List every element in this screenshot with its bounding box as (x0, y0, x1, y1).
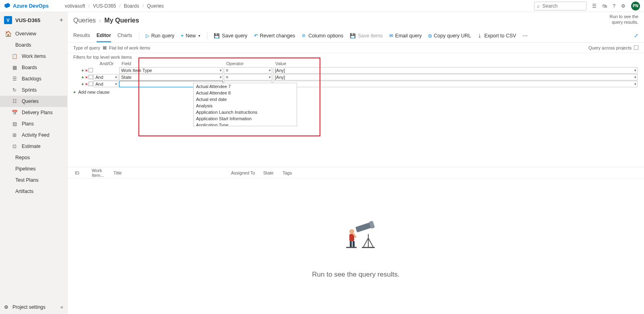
list-icon[interactable]: ☰ (592, 3, 597, 9)
col-wit[interactable]: Work Item... (92, 168, 114, 178)
copy-url-button[interactable]: ⧉Copy query URL (428, 33, 471, 39)
revert-button[interactable]: ↶Revert changes (254, 33, 295, 39)
andor-cell[interactable]: And▾ (93, 81, 118, 87)
download-icon: ⭳ (477, 33, 482, 39)
svg-rect-11 (346, 247, 357, 248)
row-checkbox[interactable] (89, 68, 93, 72)
add-project-icon[interactable]: + (60, 16, 63, 24)
add-row-icon[interactable]: + (81, 75, 84, 80)
nav-activity-feed[interactable]: ⊞Activity Feed (0, 129, 67, 141)
gear-icon: ⚙ (4, 304, 8, 310)
nav-queries[interactable]: ☷Queries (0, 96, 67, 107)
global-search[interactable]: ⌕ (534, 2, 586, 10)
nav-sprints[interactable]: ↻Sprints (0, 84, 67, 96)
column-options-button[interactable]: ⛭Column options (301, 33, 343, 39)
crumb-org[interactable]: votivasoft (65, 3, 85, 9)
chevron-down-icon[interactable]: ▾ (634, 82, 636, 86)
brand-link[interactable]: Azure DevOps (4, 2, 49, 10)
top-breadcrumbs: votivasoft/ VUS-D365/ Boards/ Queries (65, 3, 164, 9)
collapse-icon[interactable]: « (60, 304, 63, 310)
run-query-button[interactable]: ▷Run query (146, 33, 175, 39)
nav-plans[interactable]: ▤Plans (0, 118, 67, 129)
mail-icon: ✉ (389, 33, 393, 39)
nav-test-plans[interactable]: Test Plans (0, 174, 67, 186)
help-icon[interactable]: ? (613, 3, 615, 9)
email-query-button[interactable]: ✉Email query (389, 33, 422, 39)
value-cell[interactable]: [Any]▾ (273, 74, 638, 80)
crumb-page[interactable]: Queries (147, 3, 164, 9)
dropdown-option[interactable]: Actual Attendee 7 (194, 83, 297, 90)
project-settings[interactable]: ⚙Project settings« (0, 300, 67, 314)
tab-charts[interactable]: Charts (118, 29, 132, 42)
operator-cell[interactable]: =▾ (224, 74, 272, 80)
nav-pipelines[interactable]: Pipelines (0, 163, 67, 174)
query-across-checkbox[interactable] (634, 45, 638, 50)
filters-label: Filters for top level work items (68, 53, 644, 60)
chevron-down-icon[interactable]: ▾ (634, 68, 636, 72)
nav-work-items[interactable]: 📋Work items (0, 51, 67, 62)
chevron-down-icon[interactable]: ▾ (115, 82, 117, 86)
nav-backlogs[interactable]: ☰Backlogs (0, 73, 67, 84)
clipboard-icon: 📋 (11, 53, 18, 59)
chevron-down-icon[interactable]: ▾ (220, 68, 222, 72)
save-icon: 💾 (350, 33, 356, 39)
col-title[interactable]: Title (114, 170, 231, 175)
svg-point-6 (349, 229, 354, 234)
andor-cell[interactable]: And▾ (93, 74, 118, 80)
value-cell[interactable]: ▾ (273, 81, 638, 87)
dropdown-option[interactable]: Actual Attendee 8 (194, 90, 297, 96)
chevron-down-icon[interactable]: ▾ (269, 68, 271, 72)
page-root[interactable]: Queries (73, 17, 96, 24)
add-new-clause[interactable]: +Add new clause (73, 90, 638, 94)
dropdown-option[interactable]: Analysis (194, 103, 297, 109)
col-tags[interactable]: Tags (283, 170, 307, 175)
add-row-icon[interactable]: + (81, 68, 84, 73)
dropdown-option[interactable]: Application Type (194, 122, 297, 126)
field-cell[interactable]: Work Item Type▾ (119, 67, 223, 74)
azure-devops-icon (4, 2, 10, 10)
board-icon: ▦ (11, 65, 18, 70)
operator-cell[interactable]: =▾ (224, 67, 272, 74)
nav-artifacts[interactable]: Artifacts (0, 186, 67, 197)
nav-delivery-plans[interactable]: 📅Delivery Plans (0, 107, 67, 118)
new-button[interactable]: +New▾ (181, 33, 200, 39)
search-input[interactable] (542, 3, 578, 9)
dropdown-option[interactable]: Actual end date (194, 96, 297, 103)
chevron-down-icon[interactable]: ▾ (220, 75, 222, 79)
marketplace-icon[interactable]: 🛍 (602, 3, 607, 9)
fullscreen-icon[interactable]: ⤢ (634, 33, 638, 39)
field-cell[interactable]: State▾ (119, 74, 223, 80)
delivery-icon: 📅 (11, 110, 18, 115)
crumb-project[interactable]: VUS-D365 (93, 3, 116, 9)
dropdown-option[interactable]: Application Start Information (194, 115, 297, 122)
user-avatar[interactable]: PN (631, 2, 640, 10)
col-assigned[interactable]: Assigned To (231, 170, 263, 175)
tab-editor[interactable]: Editor (97, 29, 111, 42)
dropdown-option[interactable]: Application Launch Instructions (194, 109, 297, 115)
flat-list-label[interactable]: Flat list of work items (109, 45, 151, 50)
more-button[interactable]: ⋯ (522, 33, 528, 39)
project-header[interactable]: V VUS-D365 + (0, 12, 67, 28)
chevron-down-icon[interactable]: ▾ (269, 75, 271, 79)
row-checkbox[interactable] (89, 75, 93, 79)
chevron-down-icon[interactable]: ▾ (634, 75, 636, 79)
nav-overview[interactable]: 🏠Overview (0, 28, 67, 39)
save-query-button[interactable]: 💾Save query (214, 33, 247, 39)
chevron-down-icon[interactable]: ▾ (115, 75, 117, 79)
project-name: VUS-D365 (15, 17, 40, 23)
user-settings-icon[interactable]: ⚙ (621, 3, 625, 9)
add-row-icon[interactable]: + (81, 82, 84, 86)
crumb-area[interactable]: Boards (124, 3, 139, 9)
tab-results[interactable]: Results (73, 29, 90, 42)
brand-text: Azure DevOps (13, 3, 49, 9)
nav-boards-sub[interactable]: ▦Boards (0, 62, 67, 73)
col-id[interactable]: ID (75, 170, 92, 175)
svg-rect-9 (353, 241, 355, 248)
nav-repos[interactable]: Repos (0, 152, 67, 163)
col-state[interactable]: State (263, 170, 283, 175)
value-cell[interactable]: [Any]▾ (273, 67, 638, 74)
export-csv-button[interactable]: ⭳Export to CSV (477, 33, 516, 39)
nav-estimate[interactable]: ⊡Estimate (0, 141, 67, 152)
nav-boards[interactable]: Boards (0, 39, 67, 51)
row-checkbox[interactable] (89, 82, 93, 86)
